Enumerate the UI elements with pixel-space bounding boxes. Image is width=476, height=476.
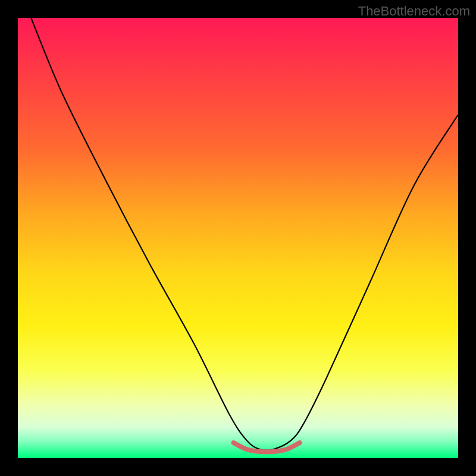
bottleneck-chart <box>18 18 458 458</box>
chart-svg <box>18 18 458 458</box>
bottleneck-curve-path <box>31 18 458 450</box>
watermark-text: TheBottleneck.com <box>358 4 470 19</box>
optimal-zone-path <box>234 443 300 452</box>
